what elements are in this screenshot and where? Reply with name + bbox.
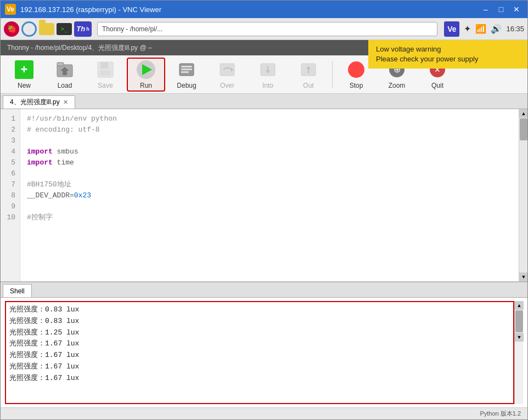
status-bar: Python 版本1.2 [1,407,527,419]
warning-line2: Please check your power supply [376,54,520,64]
bluetooth-icon: ✦ [464,24,471,34]
code-line-2: # encoding: utf-8 [27,124,512,135]
code-line-9 [27,201,512,212]
debug-button[interactable]: Debug [167,58,206,92]
voltage-warning: Low voltage warning Please check your po… [368,40,527,69]
shell-tab[interactable]: Shell [3,284,32,297]
shell-line-2: 光照强度：0.83 lux [9,316,510,327]
out-icon-svg [299,60,318,79]
shell-scroll-track [515,310,523,332]
folder-icon[interactable] [39,23,54,35]
over-icon [217,60,237,80]
shell-line-1: 光照强度：0.83 lux [9,304,510,316]
into-button[interactable]: Into [249,58,287,92]
line-numbers: 1 2 3 4 5 6 7 8 9 10 [1,109,20,281]
tab-close-button[interactable]: ✕ [63,99,68,106]
scroll-up-button[interactable]: ▲ [519,109,527,118]
load-label: Load [58,82,72,89]
window-controls: – □ ✕ [479,3,523,15]
run-button[interactable]: Run [127,58,165,92]
wifi-icon: 📶 [475,24,486,34]
shell-line-6: 光照强度：1.67 lux [9,361,510,373]
vnc-logo: Ve [5,4,16,15]
code-line-8: __DEV_ADDR=0x23 [27,190,512,201]
code-line-10: #控制字 [27,212,512,223]
maximize-button[interactable]: □ [495,3,508,15]
into-icon-svg [259,60,277,79]
code-editor[interactable]: 1 2 3 4 5 6 7 8 9 10 #!/usr/bin/env pyth… [1,109,527,281]
scroll-track [519,118,527,273]
shell-tab-bar: Shell [1,282,527,298]
editor-container: 4、光照强度ill.py ✕ 1 2 3 4 5 6 7 8 9 10 #!/u… [1,94,527,419]
into-icon [258,60,278,80]
code-line-4: import smbus [27,146,512,157]
tab-title: 4、光照强度ill.py [10,98,60,107]
scroll-thumb[interactable] [520,118,527,140]
svg-rect-5 [100,70,111,76]
over-label: Over [220,82,234,89]
shell-line-5: 光照强度：1.67 lux [9,350,510,361]
app-title: Thonny - /home/pi/Desktop/4、光照强度ill.py @… [7,43,152,53]
main-window: Ve 192.168.137.126 (raspberrypi) - VNC V… [0,0,528,420]
status-text: Python 版本1.2 [480,410,521,418]
zoom-label: Zoom [389,82,406,89]
load-button[interactable]: Load [46,58,84,92]
shell-scroll-up[interactable]: ▲ [515,301,524,310]
new-icon: + [14,60,34,80]
minimize-button[interactable]: – [479,3,492,15]
into-label: Into [262,82,273,89]
save-icon-svg [96,60,115,79]
stop-label: Stop [350,82,363,89]
thonny-logo[interactable]: Th h [74,21,92,37]
svg-rect-9 [181,71,189,73]
out-icon [299,60,318,80]
shell-panel: Shell 光照强度：0.83 lux 光照强度：0.83 lux 光照强度：1… [1,281,527,407]
shell-output: 光照强度：0.83 lux 光照强度：0.83 lux 光照强度：1.25 lu… [5,301,514,404]
svg-rect-2 [63,71,67,75]
shell-tab-label: Shell [10,287,25,295]
scroll-down-button[interactable]: ▼ [519,273,527,281]
debug-label: Debug [177,82,196,89]
svg-rect-8 [181,69,192,70]
terminal-icon[interactable]: >_ [57,23,72,35]
svg-rect-7 [181,66,192,67]
shell-line-3: 光照强度：1.25 lux [9,327,510,339]
over-icon-svg [218,60,237,79]
svg-rect-1 [57,63,64,66]
new-label: New [18,82,31,89]
shell-scroll-down[interactable]: ▼ [515,333,524,342]
shell-scroll-thumb[interactable] [515,310,523,332]
editor-tab-bar: 4、光照强度ill.py ✕ [1,94,527,109]
over-button[interactable]: Over [208,58,246,92]
shell-content[interactable]: 光照强度：0.83 lux 光照强度：0.83 lux 光照强度：1.25 lu… [1,298,527,407]
system-time: 16:35 [506,25,524,33]
debug-icon [177,60,196,80]
globe-icon[interactable] [21,21,37,37]
warning-line1: Low voltage warning [376,44,520,54]
code-content[interactable]: #!/usr/bin/env python # encoding: utf-8 … [20,109,519,281]
load-icon [55,60,75,80]
new-button[interactable]: + New [5,58,43,92]
code-line-3 [27,135,512,146]
code-line-1: #!/usr/bin/env python [27,113,512,124]
load-icon-svg [55,60,74,79]
browser-address[interactable]: Thonny - /home/pi/... [97,22,437,36]
save-button[interactable]: Save [86,58,125,92]
app-header: Thonny - /home/pi/Desktop/4、光照强度ill.py @… [1,40,527,55]
volume-icon: 🔊 [491,24,502,34]
editor-tab[interactable]: 4、光照强度ill.py ✕ [3,95,75,109]
run-icon [136,60,156,80]
stop-icon [346,60,366,80]
close-button[interactable]: ✕ [510,3,523,15]
run-label: Run [140,82,152,89]
editor-scrollbar[interactable]: ▲ ▼ [519,109,527,281]
shell-scrollbar[interactable]: ▲ ▼ [514,301,523,404]
title-bar: Ve 192.168.137.126 (raspberrypi) - VNC V… [1,1,527,18]
raspberry-icon[interactable]: 🍓 [4,21,19,37]
out-button[interactable]: Out [289,58,328,92]
code-line-5: import time [27,157,512,168]
ve-icon: Ve [444,21,459,37]
browser-toolbar: 🍓 >_ Th h Thonny - /home/pi/... Ve ✦ 📶 🔊… [1,18,527,40]
save-icon [96,60,115,80]
shell-line-4: 光照强度：1.67 lux [9,338,510,350]
